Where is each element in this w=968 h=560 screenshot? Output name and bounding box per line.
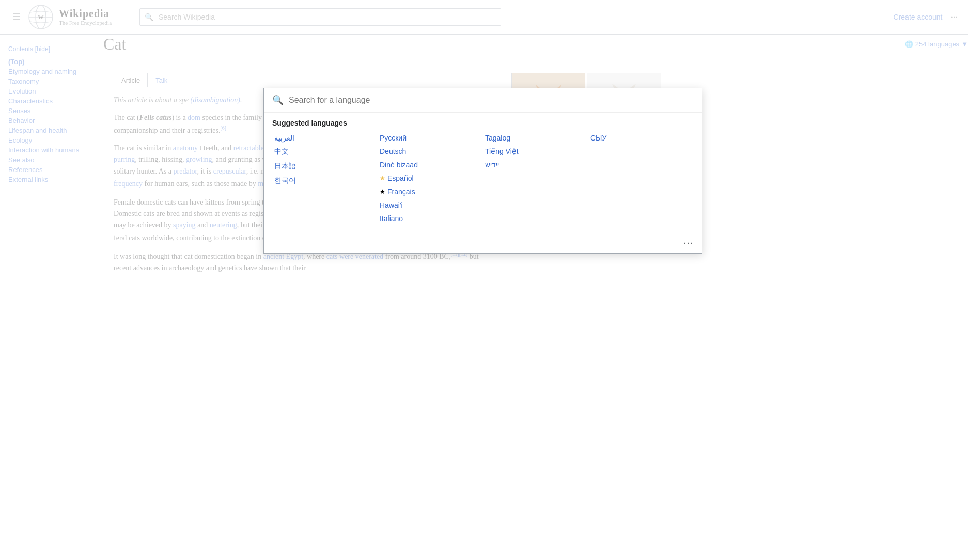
lang-col-2: Русский Deutsch Diné bizaad ★ Español ★ … <box>378 131 483 225</box>
lang-french[interactable]: ★ Français <box>378 185 483 198</box>
lang-vietnamese[interactable]: Tiếng Việt <box>483 145 588 158</box>
lang-arabic[interactable]: العربية <box>272 131 378 145</box>
lang-german[interactable]: Deutsch <box>378 145 483 158</box>
lang-search-icon: 🔍 <box>272 95 284 106</box>
lang-japanese[interactable]: 日本語 <box>272 159 378 174</box>
lang-col-1: العربية 中文 日本語 한국어 <box>272 131 378 225</box>
lang-section-title: Suggested languages <box>264 113 702 131</box>
lang-spanish[interactable]: ★ Español <box>378 172 483 185</box>
lang-search-bar: 🔍 <box>264 88 702 113</box>
lang-russian[interactable]: Русский <box>378 131 483 145</box>
lang-grid: العربية 中文 日本語 한국어 Русский Deutsch Diné … <box>264 131 702 234</box>
lang-col-3: Tagalog Tiếng Việt יידיש <box>483 131 588 225</box>
lang-chinese[interactable]: 中文 <box>272 145 378 159</box>
lang-dine[interactable]: Diné bizaad <box>378 158 483 172</box>
language-dropdown: 🔍 Suggested languages العربية 中文 日本語 한국어… <box>263 88 702 254</box>
lang-italian[interactable]: Italiano <box>378 212 483 225</box>
star-gold-icon: ★ <box>380 175 385 182</box>
lang-yiddish[interactable]: יידיש <box>483 158 588 172</box>
star-black-icon: ★ <box>380 188 385 195</box>
lang-search-input[interactable] <box>289 96 694 105</box>
lang-cwu[interactable]: СЫУ <box>588 131 694 145</box>
lang-korean[interactable]: 한국어 <box>272 174 378 188</box>
lang-hawaii[interactable]: Hawai'i <box>378 198 483 212</box>
lang-tagalog[interactable]: Tagalog <box>483 131 588 145</box>
lang-more-button[interactable]: ··· <box>264 234 702 253</box>
lang-col-4: СЫУ <box>588 131 694 225</box>
